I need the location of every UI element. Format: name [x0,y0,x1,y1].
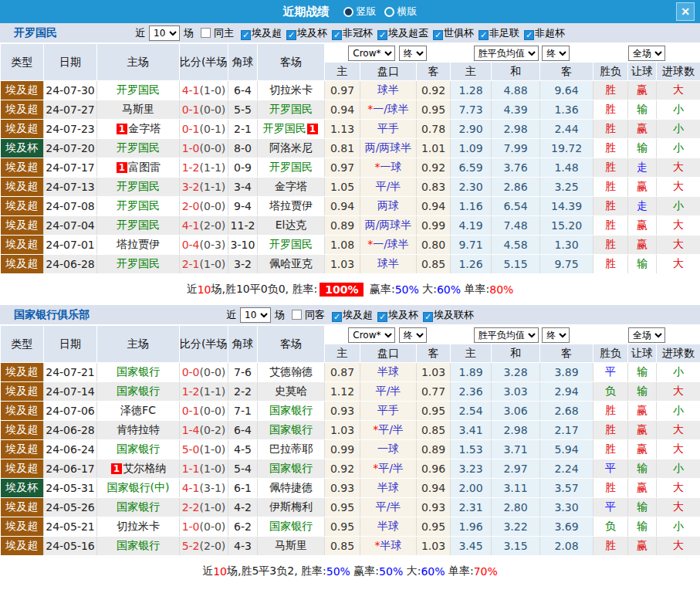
handicap-text: 半球 [377,365,399,378]
close-button[interactable]: ✕ [676,2,695,21]
home-team-cell: 开罗国民 [97,197,180,216]
fulltime-score: 4-1 [182,482,200,494]
league-filter-item[interactable]: ✓埃及杯 [373,309,418,320]
radio-vertical-label[interactable]: 竖版 [357,5,377,19]
col-header-home: 主场 [97,44,180,81]
avg-select-group: 胜平负均值 终 [451,326,593,344]
away-team-cell: 开罗国民 [258,100,325,120]
avg-draw-cell: 2.98 [492,120,540,139]
home-odds-cell: 0.97 [325,81,360,100]
table-row: 埃及超24-05-21切拉米卡1-0(0-0)6-2国家银行0.95半球0.95… [1,517,700,537]
handicap-result-cell: 输 [628,100,657,120]
odds-period-select-2[interactable]: 终 [399,327,427,343]
home-team-cell: 塔拉贾伊 [97,236,180,255]
checkbox-checked-icon[interactable]: ✓ [241,30,251,40]
handicap-text: 一球 [377,442,399,455]
checkbox-checked-icon[interactable]: ✓ [423,312,433,322]
home-odds-cell: 0.93 [325,402,360,421]
goals-result-cell: 大 [657,479,700,498]
away-odds-cell: 0.85 [417,421,451,440]
scope-select-group: 全场 [593,44,700,63]
odds-source-select-1[interactable]: Crow* [348,46,395,61]
odds-source-select-2[interactable]: Crow* [348,327,395,343]
avg-period-select-1[interactable]: 终 [542,46,570,61]
home-odds-cell: 0.85 [325,537,360,556]
handicap-star: * [375,161,380,173]
result-cell: 平 [593,459,628,479]
odds-period-select-1[interactable]: 终 [399,46,427,61]
corner-cell: 4-3 [228,537,258,556]
summary-segment: 10 [198,283,211,296]
date-cell: 24-05-31 [44,479,97,498]
radio-horizontal-label[interactable]: 横版 [397,5,418,19]
avg-win-cell: 1.16 [451,197,492,216]
checkbox-checked-icon[interactable]: ✓ [332,312,342,322]
radio-horizontal-icon[interactable] [384,7,394,17]
score-cell: 1-2(1-1) [180,382,228,402]
home-team-cell: 切拉米卡 [97,517,180,537]
result-cell: 胜 [593,197,628,216]
same-venue-label[interactable]: 同主 [214,26,234,40]
checkbox-checked-icon[interactable]: ✓ [524,30,534,40]
league-filter-item[interactable]: ✓非冠杯 [327,27,373,39]
date-cell: 24-06-17 [44,459,97,479]
league-filter-item[interactable]: ✓埃及超盃 [373,27,428,39]
avg-source-select-2[interactable]: 胜平负均值 [474,327,539,343]
avg-lose-cell: 9.64 [540,81,593,100]
home-odds-cell: 0.95 [325,517,360,537]
league-filter-item[interactable]: ✓非超杯 [519,27,565,39]
league-filter-item[interactable]: ✓非足联 [474,27,519,39]
date-cell: 24-07-08 [44,197,97,216]
checkbox-checked-icon[interactable]: ✓ [286,30,296,40]
summary-1: 近10场,胜10平0负0, 胜率:100% 赢率:50% 大:60% 单率:80… [0,274,700,305]
league-filter-item[interactable]: ✓埃及联杯 [418,309,474,320]
result-cell: 胜 [593,479,628,498]
handicap-cell: *一/球半 [360,100,417,120]
same-venue-checkbox-unchecked-icon[interactable] [292,310,302,320]
home-team-cell: 肯特拉特 [97,421,180,440]
handicap-result-cell: 赢 [628,537,657,556]
match-count-select-2[interactable]: 10 [240,307,271,323]
goals-result-cell: 大 [657,498,700,517]
away-odds-cell: 0.78 [417,120,451,139]
matches-tbody-1: 埃及超24-07-21国家银行0-0(0-0)7-6艾德翰德0.87半球1.03… [1,363,700,556]
avg-draw-cell: 5.15 [492,255,540,274]
checkbox-checked-icon[interactable]: ✓ [433,30,443,40]
date-cell: 24-05-16 [44,537,97,556]
match-count-select-1[interactable]: 10 [149,25,180,41]
avg-source-select-1[interactable]: 胜平负均值 [474,46,539,61]
scope-select-2[interactable]: 全场 [628,327,665,343]
league-filter-item[interactable]: ✓埃及超 [327,309,373,320]
checkbox-checked-icon[interactable]: ✓ [479,30,489,40]
home-team-name: 金字塔 [128,122,161,134]
away-team-cell: 巴拉蒂耶 [258,440,325,459]
handicap-result-cell: 赢 [628,440,657,459]
radio-vertical-icon[interactable] [343,7,353,17]
checkbox-checked-icon[interactable]: ✓ [377,312,387,322]
away-team-cell: 国家银行 [258,421,325,440]
same-venue-checkbox-unchecked-icon[interactable] [201,28,211,38]
avg-win-cell: 1.09 [451,139,492,158]
handicap-cell: 两/两球半 [360,216,417,236]
handicap-result-cell: 赢 [628,479,657,498]
home-team-cell: 1艾尔格纳 [97,459,180,479]
home-team-name: 国家银行 [117,539,160,551]
league-filter-item[interactable]: ✓世俱杯 [428,27,474,39]
avg-period-select-2[interactable]: 终 [542,327,570,343]
away-team-cell: 艾德翰德 [258,363,325,382]
league-filter-item[interactable]: ✓埃及杯 [282,27,327,39]
league-filter-item[interactable]: ✓埃及超 [236,27,282,39]
fulltime-score: 1-2 [182,385,200,398]
same-venue-label[interactable]: 同客 [305,308,325,322]
summary-segment: 单率: [461,283,489,297]
summary-segment: 100% [320,283,364,297]
away-team-cell: 史莫哈 [258,382,325,402]
away-team-name: 开罗国民 [263,122,306,134]
col-header-away: 客场 [258,326,325,363]
checkbox-checked-icon[interactable]: ✓ [332,30,342,40]
away-odds-cell: 0.80 [417,236,451,255]
scope-select-1[interactable]: 全场 [628,46,665,61]
goals-result-cell: 小 [657,197,700,216]
checkbox-checked-icon[interactable]: ✓ [377,30,387,40]
league-cell: 埃及超 [1,158,44,178]
